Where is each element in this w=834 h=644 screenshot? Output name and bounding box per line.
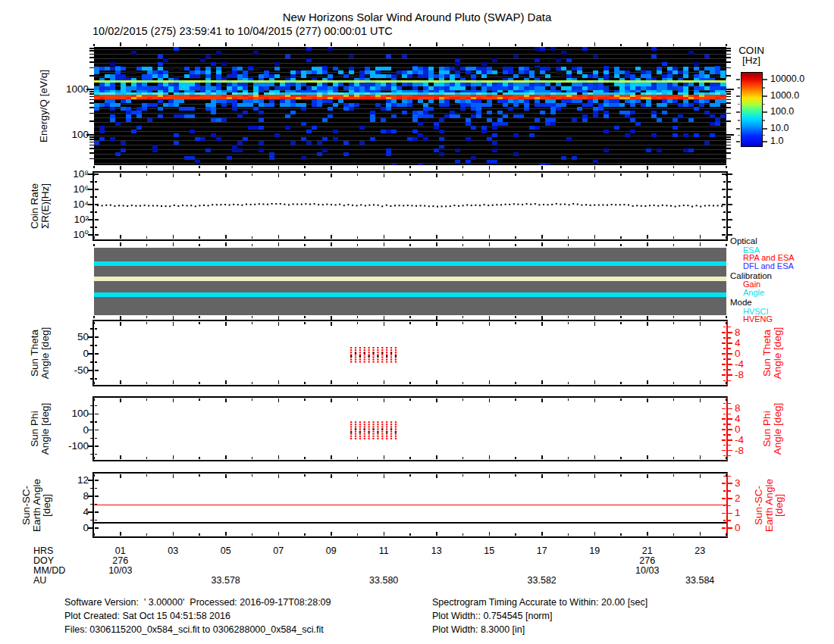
tick-mark (252, 166, 253, 168)
tick-mark (736, 141, 740, 142)
y-tick-label: 100 (47, 129, 89, 140)
y-tick-label-right: -8 (735, 445, 762, 456)
tick-mark (278, 242, 280, 246)
tick-mark (728, 445, 731, 446)
xaxis-value-doy: 276 (100, 555, 141, 566)
xaxis-value-mmdd: 10/03 (100, 565, 141, 576)
tick-mark (409, 474, 411, 477)
tick-mark (726, 96, 731, 98)
tick-mark (728, 189, 732, 190)
tick-mark (462, 244, 464, 246)
tick-mark (515, 474, 516, 477)
xaxis-value-hrs: 09 (311, 546, 352, 556)
tick-mark (88, 414, 94, 415)
tick-mark (252, 244, 253, 246)
y-tick-label: 10⁰ (43, 229, 89, 240)
xaxis-value-hrs: 17 (522, 546, 563, 556)
tick-mark (763, 79, 767, 80)
tick-mark (331, 316, 332, 320)
tick-mark (462, 474, 464, 477)
tick-mark (489, 316, 491, 320)
tick-mark (728, 476, 731, 477)
tick-mark (173, 242, 174, 246)
tick-mark (88, 234, 94, 236)
tick-mark (462, 316, 464, 318)
xaxis-value-hrs: 05 (205, 546, 246, 556)
tick-mark (728, 364, 732, 365)
tick-mark (384, 474, 385, 478)
xaxis-value-hrs: 23 (679, 546, 720, 556)
y-tick-label-right: -4 (735, 434, 762, 445)
tick-mark (120, 532, 121, 536)
tick-mark (728, 513, 732, 514)
xaxis-value-hrs: 15 (469, 546, 509, 556)
tick-mark (620, 44, 622, 46)
tick-mark (331, 166, 332, 170)
tick-mark (146, 474, 148, 477)
tick-mark (199, 474, 200, 477)
y-tick-label-right: 0 (735, 424, 762, 435)
tick-mark (728, 204, 732, 205)
tick-mark (541, 242, 543, 246)
tick-mark (728, 505, 731, 507)
plot-area: 10⁸10⁶10⁴10²10⁰500-50840-4-81000-100840-… (0, 0, 834, 644)
tick-mark (763, 135, 765, 136)
colorbar-tick-label: 100.0 (770, 106, 813, 117)
tick-mark (700, 242, 701, 246)
tick-mark (722, 527, 726, 529)
xaxis-value-hrs: 19 (574, 546, 615, 556)
tick-mark (95, 527, 99, 529)
tick-mark (568, 244, 569, 246)
tick-mark (88, 370, 94, 371)
xaxis-value-au: 33.582 (522, 575, 563, 586)
tick-mark (728, 424, 731, 425)
tick-mark (700, 316, 701, 320)
tick-mark (173, 474, 174, 478)
tick-mark (489, 242, 491, 246)
tick-mark (331, 42, 332, 46)
tick-mark (726, 142, 731, 143)
tick-mark (90, 488, 94, 489)
sunearth-y-label-right: Sun-SC- Earth Angle [deg] (754, 479, 785, 532)
tick-mark (93, 44, 95, 46)
tick-mark (462, 166, 464, 168)
tick-mark (728, 439, 732, 441)
tick-mark (736, 95, 740, 97)
tick-mark (726, 316, 727, 318)
tick-mark (88, 527, 94, 529)
tick-mark (541, 532, 543, 536)
y-tick-label: -100 (43, 440, 89, 452)
tick-mark (489, 42, 491, 46)
tick-mark (436, 166, 437, 170)
tick-mark (594, 532, 596, 536)
tick-mark (723, 490, 726, 492)
tick-mark (409, 44, 411, 46)
tick-mark (90, 520, 94, 521)
tick-mark (541, 42, 543, 46)
colorbar-title: COIN [Hz] (727, 45, 776, 65)
tick-mark (647, 316, 648, 320)
tick-mark (728, 348, 731, 349)
coinrate-y-label: Coin Rate ΣR(E)[Hz] (30, 183, 50, 229)
xaxis-value-doy: 276 (627, 555, 668, 566)
tick-mark (647, 166, 648, 170)
xaxis-value-mmdd: 10/03 (627, 565, 668, 576)
colorbar-tick-label: 10.0 (770, 123, 813, 134)
tick-mark (278, 166, 280, 170)
tick-mark (331, 242, 332, 246)
tick-mark (225, 474, 227, 478)
tick-mark (173, 532, 174, 536)
tick-mark (728, 403, 731, 405)
tick-mark (88, 219, 94, 220)
tick-mark (568, 316, 569, 318)
tick-mark (594, 166, 596, 170)
tick-mark (568, 166, 569, 168)
tick-mark (728, 434, 731, 436)
tick-mark (673, 244, 675, 246)
tick-mark (515, 316, 516, 318)
tick-mark (515, 44, 516, 46)
legend-group-title-0: Optical (730, 237, 757, 245)
xaxis-value-au: 33.578 (205, 575, 246, 586)
tick-mark (738, 104, 740, 105)
suntheta-data-cluster (94, 321, 726, 385)
